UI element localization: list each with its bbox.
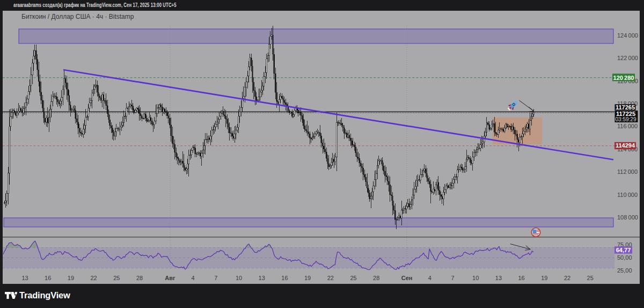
svg-text:16: 16 (281, 275, 288, 281)
svg-text:112 000: 112 000 (617, 168, 638, 175)
svg-text:13: 13 (495, 275, 502, 281)
svg-text:22: 22 (90, 275, 97, 281)
svg-text:124 000: 124 000 (617, 32, 638, 39)
svg-text:13: 13 (259, 275, 265, 281)
svg-text:Биткоин / Доллар США · 4ч · Bi: Биткоин / Доллар США · 4ч · Bitstamp (21, 13, 134, 20)
svg-text:25: 25 (587, 275, 594, 281)
svg-text:25,00: 25,00 (617, 267, 632, 274)
svg-text:19: 19 (68, 275, 74, 281)
svg-text:03:59:29: 03:59:29 (616, 116, 636, 122)
svg-text:122 000: 122 000 (617, 55, 638, 61)
svg-text:108 000: 108 000 (617, 214, 638, 221)
svg-text:22: 22 (327, 275, 334, 281)
svg-text:50,00: 50,00 (617, 254, 632, 261)
svg-text:10: 10 (236, 275, 242, 281)
svg-text:25: 25 (113, 275, 120, 281)
svg-text:19: 19 (304, 275, 311, 281)
svg-text:110 000: 110 000 (617, 192, 638, 198)
svg-text:10: 10 (472, 275, 479, 281)
svg-text:64,77: 64,77 (616, 247, 631, 253)
svg-text:117225: 117225 (616, 111, 635, 117)
svg-text:28: 28 (373, 275, 379, 281)
svg-text:4: 4 (428, 275, 431, 281)
svg-text:22: 22 (564, 275, 570, 281)
svg-text:Авг: Авг (165, 275, 175, 281)
svg-text:7: 7 (214, 275, 217, 281)
svg-text:25: 25 (350, 275, 356, 281)
svg-text:120 280: 120 280 (613, 75, 634, 81)
svg-text:4: 4 (192, 275, 195, 281)
svg-text:114294: 114294 (616, 142, 635, 149)
svg-text:13: 13 (21, 275, 28, 281)
svg-text:16: 16 (45, 275, 51, 281)
svg-text:116 000: 116 000 (617, 123, 638, 129)
svg-text:28: 28 (136, 275, 143, 281)
svg-text:117265: 117265 (616, 104, 635, 111)
svg-text:7: 7 (451, 275, 454, 281)
svg-text:16: 16 (518, 275, 524, 281)
svg-text:Сен: Сен (401, 275, 413, 281)
svg-text:19: 19 (541, 275, 547, 281)
